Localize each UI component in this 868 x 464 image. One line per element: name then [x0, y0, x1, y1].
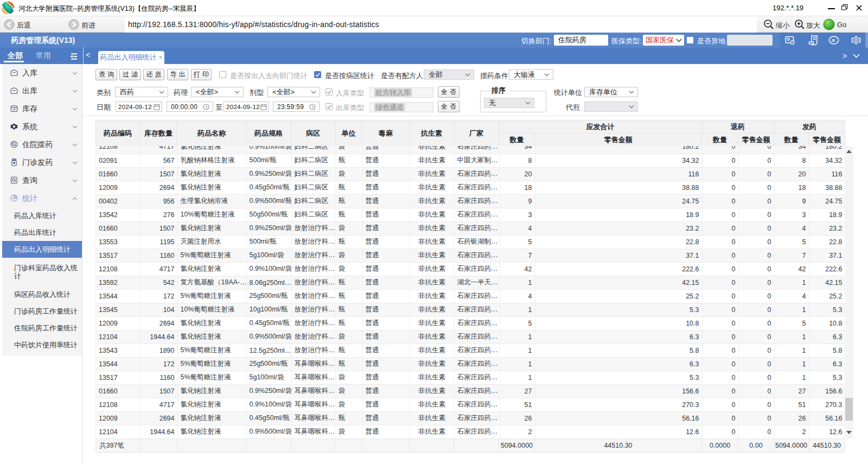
svg-text:SI: SI — [787, 37, 790, 41]
svg-text:SI: SI — [831, 38, 835, 43]
